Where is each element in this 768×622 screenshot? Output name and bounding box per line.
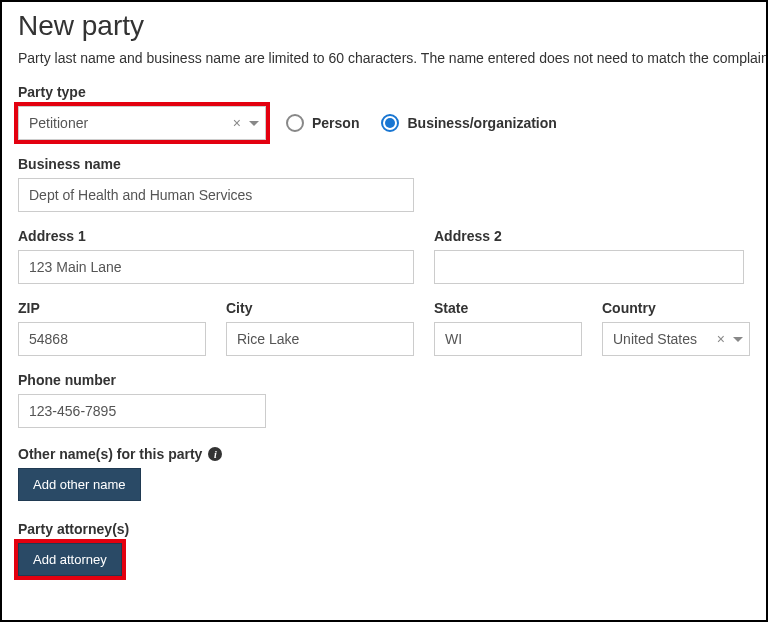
business-name-input[interactable] <box>18 178 414 212</box>
state-input[interactable] <box>434 322 582 356</box>
party-attorneys-label: Party attorney(s) <box>18 521 750 537</box>
phone-label: Phone number <box>18 372 266 388</box>
radio-icon <box>286 114 304 132</box>
zip-label: ZIP <box>18 300 206 316</box>
page-title: New party <box>18 10 750 42</box>
business-name-label: Business name <box>18 156 750 172</box>
entity-kind-radio-group: Person Business/organization <box>286 114 557 132</box>
address1-label: Address 1 <box>18 228 414 244</box>
address2-input[interactable] <box>434 250 744 284</box>
address2-label: Address 2 <box>434 228 744 244</box>
address1-input[interactable] <box>18 250 414 284</box>
state-label: State <box>434 300 582 316</box>
add-attorney-button[interactable]: Add attorney <box>18 543 122 576</box>
phone-input[interactable] <box>18 394 266 428</box>
entity-kind-business[interactable]: Business/organization <box>381 114 556 132</box>
country-label: Country <box>602 300 750 316</box>
radio-label: Person <box>312 115 359 131</box>
clear-icon[interactable]: × <box>711 331 731 347</box>
other-names-label: Other name(s) for this party i <box>18 446 750 462</box>
city-label: City <box>226 300 414 316</box>
chevron-down-icon <box>733 337 743 342</box>
zip-input[interactable] <box>18 322 206 356</box>
new-party-form: New party Party last name and business n… <box>0 0 768 622</box>
country-select[interactable]: United States × <box>602 322 750 356</box>
country-value: United States <box>613 331 711 347</box>
add-other-name-button[interactable]: Add other name <box>18 468 141 501</box>
info-icon[interactable]: i <box>208 447 222 461</box>
party-type-select[interactable]: Petitioner × <box>18 106 266 140</box>
chevron-down-icon <box>249 121 259 126</box>
party-type-label: Party type <box>18 84 750 100</box>
radio-icon <box>381 114 399 132</box>
radio-label: Business/organization <box>407 115 556 131</box>
party-type-value: Petitioner <box>29 115 227 131</box>
city-input[interactable] <box>226 322 414 356</box>
entity-kind-person[interactable]: Person <box>286 114 359 132</box>
clear-icon[interactable]: × <box>227 115 247 131</box>
help-text: Party last name and business name are li… <box>18 50 750 66</box>
